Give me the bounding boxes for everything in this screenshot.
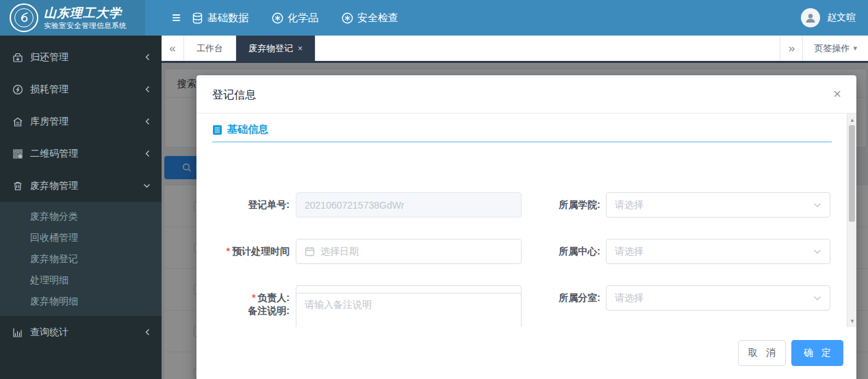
college-select[interactable]: 请选择	[606, 192, 830, 218]
top-menu: 基础数据 化学品 安全检查	[192, 0, 398, 36]
document-icon	[212, 125, 222, 135]
sidebar-item-label: 查询统计	[30, 326, 144, 339]
caret-down-icon: ▾	[853, 44, 857, 53]
tab-operations-dropdown[interactable]: 页签操作 ▾	[802, 36, 868, 61]
sidebar-item-label: 库房管理	[30, 116, 144, 128]
select-placeholder: 请选择	[615, 199, 643, 211]
sidebar-item-recycle-bin-mgmt[interactable]: 回收桶管理	[0, 227, 162, 248]
room-select[interactable]: 请选择	[606, 285, 830, 311]
trash-icon	[12, 181, 23, 192]
sidebar-item-return-mgmt[interactable]: 归还管理	[0, 41, 162, 73]
sidebar-item-query-stats[interactable]: 查询统计	[0, 316, 162, 348]
cancel-button[interactable]: 取 消	[738, 340, 786, 366]
field-label-remark: 备注说明:	[212, 293, 290, 327]
sidebar-nav: 归还管理 损耗管理 库房管理 二维码管理 废弃物管理 废弃物分类 回收桶管理 废…	[0, 36, 162, 379]
double-chevron-left-icon: «	[169, 42, 175, 55]
qrcode-icon	[12, 148, 23, 159]
top-menu-basic-data[interactable]: 基础数据	[192, 12, 248, 25]
sidebar-item-loss-mgmt[interactable]: 损耗管理	[0, 73, 162, 105]
tab-ops-label: 页签操作	[814, 42, 850, 55]
order-no-value: 20210607215738GdWr	[305, 200, 404, 211]
register-info-dialog: 登记信息 × 基础信息 登记单号: 20210607215738GdWr 所属学…	[196, 75, 856, 379]
tabbar-spacer	[316, 36, 780, 61]
loss-icon	[12, 84, 23, 95]
sidebar-item-waste-detail[interactable]: 废弃物明细	[0, 291, 162, 312]
top-header: 山东理工大学 实验室安全管理信息系统 ≡ 基础数据 化学品	[0, 0, 868, 36]
tab-waste-register[interactable]: 废弃物登记 ×	[236, 36, 316, 61]
app-logo-title: 山东理工大学	[44, 6, 127, 20]
sidebar-waste-submenu: 废弃物分类 回收桶管理 废弃物登记 处理明细 废弃物明细	[0, 202, 162, 316]
field-label-order-no: 登记单号:	[212, 192, 290, 218]
logo-block: 山东理工大学 实验室安全管理信息系统	[0, 0, 145, 36]
university-seal-icon	[10, 3, 38, 32]
sidebar-item-warehouse-mgmt[interactable]: 库房管理	[0, 105, 162, 138]
top-menu-label: 安全检查	[357, 12, 398, 25]
database-icon	[192, 12, 203, 24]
top-menu-label: 基础数据	[207, 12, 248, 25]
tabs-scroll-left-button[interactable]: «	[162, 36, 184, 61]
dialog-footer: 取 消 确 定	[196, 327, 856, 375]
sidebar-item-label: 二维码管理	[30, 148, 144, 160]
user-name: 赵文暄	[827, 12, 856, 24]
user-menu[interactable]: 赵文暄	[801, 0, 856, 36]
hamburger-icon: ≡	[172, 9, 181, 27]
warehouse-icon	[12, 116, 23, 127]
page-tabbar: « 工作台 废弃物登记 × » 页签操作 ▾	[162, 36, 868, 63]
chevron-left-icon	[144, 118, 151, 125]
select-placeholder: 请选择	[615, 246, 643, 258]
tab-label: 废弃物登记	[248, 42, 293, 55]
field-label-college: 所属学院:	[523, 192, 600, 218]
circle-star-icon	[272, 12, 283, 24]
dialog-scrollbar[interactable]: ▴ ▾	[847, 114, 856, 327]
field-label-process-time: *预计处理时间	[212, 239, 290, 264]
sidebar-item-label: 归还管理	[30, 51, 144, 64]
tab-close-icon[interactable]: ×	[298, 44, 303, 53]
dialog-header: 登记信息 ×	[196, 75, 856, 114]
chevron-left-icon	[144, 86, 151, 93]
order-no-input[interactable]: 20210607215738GdWr	[296, 192, 522, 218]
top-menu-safety-check[interactable]: 安全检查	[342, 12, 398, 25]
tab-workbench[interactable]: 工作台	[184, 36, 236, 61]
section-divider	[212, 142, 832, 142]
date-placeholder: 选择日期	[320, 246, 359, 258]
sidebar-item-process-detail[interactable]: 处理明细	[0, 270, 162, 291]
select-placeholder: 请选择	[615, 292, 643, 304]
app-window: 山东理工大学 实验室安全管理信息系统 ≡ 基础数据 化学品	[0, 0, 868, 379]
tab-label: 工作台	[196, 42, 223, 55]
section-basic-info: 基础信息	[212, 123, 268, 136]
sidebar-item-waste-register[interactable]: 废弃物登记	[0, 248, 162, 270]
chart-icon	[12, 327, 23, 338]
chevron-down-icon	[813, 202, 821, 208]
user-avatar-icon	[801, 8, 820, 27]
chevron-left-icon	[144, 53, 151, 61]
chevron-down-icon	[813, 296, 821, 301]
chevron-left-icon	[144, 328, 151, 336]
top-menu-chemicals[interactable]: 化学品	[272, 12, 318, 25]
center-select[interactable]: 请选择	[606, 239, 830, 264]
confirm-button[interactable]: 确 定	[791, 340, 843, 366]
process-time-date-input[interactable]: 选择日期	[296, 239, 522, 264]
return-icon	[12, 52, 23, 63]
tabs-scroll-right-button[interactable]: »	[780, 36, 802, 61]
scrollbar-thumb[interactable]	[849, 125, 855, 222]
sidebar-item-waste-category[interactable]: 废弃物分类	[0, 206, 162, 227]
field-label-room: 所属分室:	[523, 285, 600, 311]
section-title-label: 基础信息	[227, 123, 268, 136]
scroll-down-icon[interactable]: ▾	[847, 316, 857, 326]
sidebar-item-waste-mgmt[interactable]: 废弃物管理	[0, 170, 162, 202]
remark-textarea[interactable]	[296, 293, 522, 327]
chevron-left-icon	[144, 150, 151, 157]
dialog-title: 登记信息	[212, 88, 256, 103]
circle-star-icon	[342, 12, 353, 24]
double-chevron-right-icon: »	[789, 42, 795, 55]
chevron-down-icon	[143, 183, 151, 189]
sidebar-item-qrcode-mgmt[interactable]: 二维码管理	[0, 138, 162, 170]
close-icon[interactable]: ×	[833, 87, 841, 101]
chevron-down-icon	[813, 249, 821, 254]
app-logo-subtitle: 实验室安全管理信息系统	[44, 22, 127, 30]
calendar-icon	[305, 246, 315, 257]
sidebar-toggle-button[interactable]: ≡	[166, 0, 186, 36]
top-menu-label: 化学品	[288, 12, 318, 25]
scroll-up-icon[interactable]: ▴	[847, 115, 857, 125]
field-label-center: 所属中心:	[523, 239, 600, 264]
